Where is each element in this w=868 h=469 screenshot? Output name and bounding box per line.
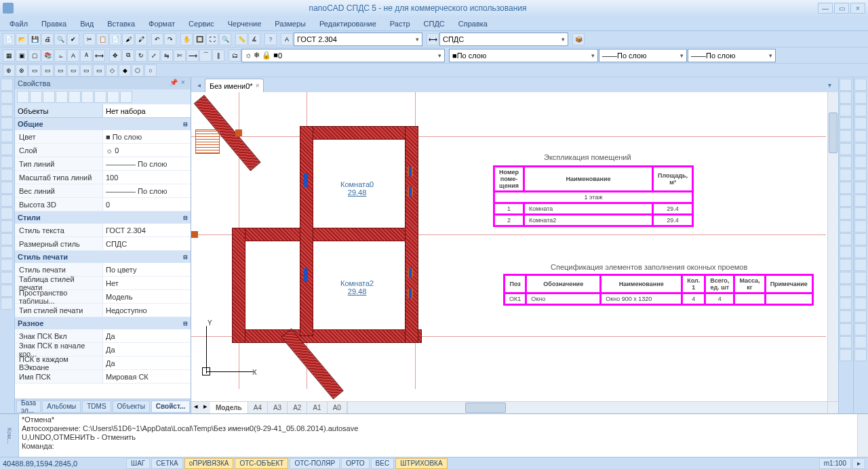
prop-row[interactable]: Стиль текстаГОСТ 2.304 <box>15 224 191 237</box>
offset-icon[interactable]: ‖ <box>212 49 224 62</box>
new-icon[interactable]: 📄 <box>3 33 15 45</box>
dock-tool-icon[interactable] <box>840 91 852 104</box>
close-button[interactable]: × <box>850 3 865 14</box>
status-toggle[interactable]: ШТРИХОВКА <box>395 458 447 469</box>
menu-Растр[interactable]: Растр <box>384 18 416 29</box>
dock-tool-icon[interactable] <box>854 272 867 284</box>
dock-tool-icon[interactable] <box>854 310 867 323</box>
panel-close-icon[interactable]: × <box>178 79 188 88</box>
dock-tool-icon[interactable] <box>840 79 852 91</box>
layer-combo[interactable]: ☼ ❄ 🔒 ■ 0 <box>241 49 445 62</box>
dock-tool-icon[interactable] <box>840 310 852 323</box>
style-icon[interactable]: ⎁ <box>54 49 66 62</box>
command-handle[interactable]: Ком... <box>0 414 19 457</box>
prop-row[interactable]: Вес линий———— По слою <box>15 184 191 198</box>
status-menu-icon[interactable]: ▸ <box>852 458 865 469</box>
status-toggle[interactable]: СЕТКА <box>151 458 183 469</box>
dock-tool-icon[interactable] <box>840 323 852 335</box>
command-window[interactable]: Ком... *Отмена* Автосохранение: C:\Users… <box>0 413 868 457</box>
properties-list[interactable]: ОбщиеЦвет■ По слоюСлой☼ 0Тип линий———— П… <box>15 118 191 399</box>
dock-tool-icon[interactable] <box>1 298 13 310</box>
dock-tool-icon[interactable] <box>854 323 867 335</box>
prop-row[interactable]: ПСК в каждом ВЭкранеДа <box>15 356 191 370</box>
dock-tool-icon[interactable] <box>1 246 13 258</box>
layout-tab[interactable]: Модель <box>210 402 248 413</box>
copyobj-icon[interactable]: ⧉ <box>122 49 134 62</box>
dock-tool-icon[interactable] <box>1 91 13 104</box>
dock-tool-icon[interactable] <box>840 169 852 181</box>
status-toggle[interactable]: ОРТО <box>341 458 369 469</box>
dock-tool-icon[interactable] <box>840 130 852 142</box>
redo-icon[interactable]: ↷ <box>164 33 176 45</box>
rotate-icon[interactable]: ↻ <box>135 49 147 62</box>
matchprop-icon[interactable]: 🖌 <box>122 33 134 45</box>
dock-tool-icon[interactable] <box>840 298 852 310</box>
menu-Вставка[interactable]: Вставка <box>102 18 140 29</box>
mirror-icon[interactable]: ⇋ <box>161 49 173 62</box>
explication-table[interactable]: Номер поме- щенияНаименованиеПлощадь, м²… <box>493 165 694 227</box>
dock-tool-icon[interactable] <box>840 104 852 117</box>
dock-tool-icon[interactable] <box>854 169 867 181</box>
dock-tool-icon[interactable] <box>1 220 13 232</box>
dock-tool-icon[interactable] <box>840 195 852 207</box>
undo-icon[interactable]: ↶ <box>151 33 163 45</box>
dock-tool-icon[interactable] <box>840 233 852 245</box>
dist-icon[interactable]: 📏 <box>235 33 248 45</box>
dock-tool-icon[interactable] <box>840 182 852 194</box>
layout-tab[interactable]: A2 <box>288 402 307 413</box>
v3-icon[interactable]: ▭ <box>28 64 41 77</box>
prop-row[interactable]: Тип линий———— По слою <box>15 157 191 171</box>
prop-row[interactable]: Имя ПСКМировая СК <box>15 370 191 384</box>
zoomext-icon[interactable]: ⛶ <box>206 33 218 45</box>
dock-tool-icon[interactable] <box>854 207 867 220</box>
dock-tool-icon[interactable] <box>1 272 13 284</box>
props-tab[interactable]: TDMS <box>82 401 111 413</box>
dock-tool-icon[interactable] <box>840 143 852 155</box>
save-icon[interactable]: 💾 <box>28 33 41 45</box>
layout-prev-icon[interactable]: ◂ <box>191 402 201 413</box>
layout-tab[interactable]: A0 <box>328 402 347 413</box>
dock-tool-icon[interactable] <box>840 349 852 361</box>
hscrollbar[interactable] <box>357 402 827 413</box>
document-tab[interactable]: Без имени0* × <box>205 79 264 92</box>
v12-icon[interactable]: ○ <box>144 64 157 77</box>
prop-group[interactable]: Стиль печати <box>15 251 191 263</box>
dock-tool-icon[interactable] <box>1 143 13 155</box>
pan-icon[interactable]: ✋ <box>180 33 193 45</box>
menu-Вид[interactable]: Вид <box>75 18 99 29</box>
v11-icon[interactable]: ⬡ <box>132 64 144 77</box>
dock-tool-icon[interactable] <box>854 195 867 207</box>
menu-Черчение[interactable]: Черчение <box>222 18 267 29</box>
dock-tool-icon[interactable] <box>840 220 852 232</box>
doc-menu-icon[interactable]: ▾ <box>825 81 834 91</box>
ungroup-icon[interactable]: ▢ <box>28 49 41 62</box>
dock-tool-icon[interactable] <box>854 130 867 142</box>
prop-row[interactable]: Пространство таблицы...Модель <box>15 290 191 304</box>
objects-value[interactable]: Нет набора <box>103 104 191 117</box>
menu-Правка[interactable]: Правка <box>36 18 72 29</box>
group-icon[interactable]: ▣ <box>16 49 28 62</box>
zoom-icon[interactable]: 🔍 <box>219 33 231 45</box>
dim-style-combo[interactable]: СПДС <box>439 33 568 46</box>
dock-tool-icon[interactable] <box>854 298 867 310</box>
v6-icon[interactable]: ▭ <box>67 64 79 77</box>
menu-Размеры[interactable]: Размеры <box>269 18 311 29</box>
status-scale[interactable]: m1:100 <box>819 458 851 469</box>
scale-icon[interactable]: ⤢ <box>148 49 160 62</box>
dock-tool-icon[interactable] <box>840 156 852 168</box>
dock-tool-icon[interactable] <box>854 336 867 348</box>
dock-tool-icon[interactable] <box>840 246 852 258</box>
layout-next-icon[interactable]: ▸ <box>201 402 210 413</box>
print-icon[interactable]: 🖨 <box>41 33 54 45</box>
dock-tool-icon[interactable] <box>854 143 867 155</box>
dock-tool-icon[interactable] <box>1 104 13 117</box>
prop-row[interactable]: Цвет■ По слою <box>15 130 191 144</box>
prop-row[interactable]: Высота 3D0 <box>15 198 191 211</box>
paste-icon[interactable]: 📄 <box>109 33 121 45</box>
prop-row[interactable]: Масштаб типа линий100 <box>15 171 191 184</box>
color-combo[interactable]: ■ По слою <box>449 49 598 62</box>
p8-icon[interactable] <box>107 91 119 103</box>
dock-tool-icon[interactable] <box>854 246 867 258</box>
prop-row[interactable]: Тип стилей печатиНедоступно <box>15 304 191 317</box>
menu-Редактирование[interactable]: Редактирование <box>314 18 382 29</box>
